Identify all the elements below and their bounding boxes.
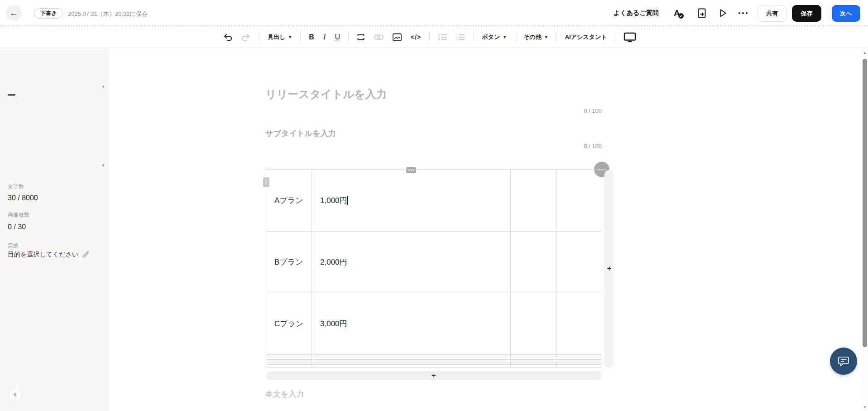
vertical-scrollbar[interactable]: ▲ ▼ — [862, 48, 868, 411]
bold-button[interactable]: B — [307, 30, 317, 44]
table-cell[interactable] — [556, 170, 602, 232]
subtitle-input[interactable]: サブタイトルを入力 — [265, 128, 336, 139]
numbered-list-icon: 1 2 3 — [456, 34, 465, 41]
table-row: Aプラン 1,000円 — [266, 170, 602, 232]
pencil-icon — [82, 251, 89, 258]
proofread-icon: A — [672, 7, 684, 19]
toolbar-separator — [348, 32, 349, 42]
add-column-button[interactable]: + — [604, 170, 614, 368]
document-arrow-icon — [697, 8, 707, 19]
body-text-input[interactable]: 本文を入力 — [265, 389, 304, 399]
purpose-select[interactable]: 目的を選択してください — [8, 251, 89, 259]
numbered-list-button[interactable]: 1 2 3 — [453, 30, 467, 44]
faq-link[interactable]: よくあるご質問 — [614, 9, 659, 17]
chevron-down-icon: ▼ — [503, 35, 507, 39]
table-cell[interactable] — [266, 365, 312, 367]
table-row: Cプラン 3,000円 — [266, 293, 602, 354]
sidebar-divider — [6, 168, 99, 168]
table-cell[interactable]: Cプラン — [266, 293, 312, 354]
image-icon — [393, 33, 402, 41]
saved-timestamp: 2025.07.31（木）20:32に保存 — [68, 10, 148, 18]
image-count-value: 0 / 30 — [8, 223, 26, 231]
toolbar-separator — [515, 32, 515, 42]
scroll-down-icon[interactable]: ▼ — [862, 405, 868, 409]
monitor-icon — [623, 32, 636, 42]
proofread-button[interactable]: A — [672, 7, 685, 19]
minimap-title-dash — [8, 94, 15, 96]
text-cursor — [347, 196, 348, 205]
editor-toolbar: 見出し ▼ B I U — [0, 26, 868, 48]
table-row: Bプラン 2,000円 — [266, 231, 602, 293]
link-icon — [374, 34, 384, 40]
subtitle-counter: 0 / 100 — [266, 143, 602, 150]
chevron-down-icon: ▼ — [544, 35, 548, 39]
bullet-list-button[interactable] — [436, 30, 450, 44]
table-cell[interactable]: 1,000円 — [312, 170, 511, 232]
scroll-up-icon[interactable]: ▲ — [862, 51, 868, 55]
ai-assistant-button[interactable]: AIアシスタント — [563, 30, 609, 44]
chevron-down-icon: ▼ — [288, 35, 292, 39]
app-window: ← 下書き 2025.07.31（木）20:32に保存 よくあるご質問 A — [0, 0, 868, 411]
table-cell[interactable]: 2,000円 — [312, 231, 511, 293]
minimap-scroll-up-icon[interactable]: ▲ — [100, 83, 107, 89]
back-button[interactable]: ← — [6, 5, 22, 21]
bullet-list-icon — [438, 34, 447, 41]
top-header: ← 下書き 2025.07.31（木）20:32に保存 よくあるご質問 A — [0, 0, 868, 26]
share-button[interactable]: 共有 — [758, 5, 786, 22]
table-cell[interactable] — [511, 365, 556, 367]
svg-text:3: 3 — [456, 39, 457, 41]
more-dots-icon — [738, 8, 748, 19]
toolbar-separator — [473, 32, 474, 42]
code-button[interactable]: </> — [408, 30, 423, 44]
char-count-value: 30 / 8000 — [8, 194, 38, 202]
minimap-scroll-down-icon[interactable]: ▼ — [100, 163, 107, 168]
play-icon — [719, 8, 728, 18]
preview-monitor-button[interactable] — [621, 30, 638, 44]
sidebar-collapse-button[interactable]: ‹ — [8, 387, 22, 401]
export-document-button[interactable] — [695, 7, 708, 19]
preview-play-button[interactable] — [717, 7, 729, 19]
undo-icon — [223, 33, 233, 41]
table-cell[interactable]: 3,000円 — [312, 293, 511, 354]
italic-button[interactable]: I — [321, 30, 328, 44]
table-cell[interactable] — [312, 365, 511, 367]
table-cell[interactable]: Bプラン — [266, 231, 312, 293]
divider-block-button[interactable] — [355, 30, 367, 44]
chat-bubble-icon — [836, 354, 851, 368]
undo-button[interactable] — [221, 30, 235, 44]
toolbar-separator — [300, 32, 301, 42]
char-count-label: 文字数 — [8, 183, 24, 190]
pricing-table: Aプラン 1,000円 Bプラン 2,000円 Cプラン 3,000円 — [266, 169, 602, 367]
table-cell[interactable] — [511, 231, 556, 293]
add-row-button[interactable]: + — [266, 371, 602, 380]
support-chat-button[interactable] — [830, 348, 857, 375]
table-cell[interactable] — [511, 170, 556, 232]
insert-image-button[interactable] — [390, 30, 404, 44]
button-block-dropdown[interactable]: ボタン ▼ — [480, 30, 509, 44]
link-button[interactable] — [372, 30, 386, 44]
table-cell[interactable] — [556, 365, 602, 367]
purpose-label: 目的 — [8, 242, 19, 250]
back-arrow-icon: ← — [10, 8, 18, 18]
release-title-input[interactable]: リリースタイトルを入力 — [265, 87, 387, 102]
table-cell[interactable] — [556, 293, 602, 354]
chevron-left-icon: ‹ — [14, 390, 16, 398]
heading-dropdown[interactable]: 見出し ▼ — [265, 30, 294, 44]
title-counter: 0 / 100 — [266, 107, 602, 114]
scrollbar-thumb[interactable] — [863, 59, 867, 347]
next-button[interactable]: 次へ — [832, 5, 860, 22]
redo-button[interactable] — [239, 30, 253, 44]
table-row — [266, 365, 602, 367]
table-cell[interactable]: Aプラン — [266, 170, 312, 232]
image-count-label: 画像枚数 — [8, 211, 29, 219]
save-button[interactable]: 保存 — [792, 5, 821, 22]
table-cell[interactable] — [511, 293, 556, 354]
status-badge: 下書き — [34, 8, 63, 19]
other-dropdown[interactable]: その他 ▼ — [521, 30, 551, 44]
table-cell[interactable] — [556, 231, 602, 293]
toolbar-separator — [259, 32, 259, 42]
underline-button[interactable]: U — [332, 30, 342, 44]
toolbar-separator — [429, 32, 430, 42]
left-sidebar: ▲ ▼ 文字数 30 / 8000 画像枚数 0 / 30 目的 目的を選択して… — [0, 48, 109, 411]
more-options-button[interactable] — [737, 7, 749, 19]
